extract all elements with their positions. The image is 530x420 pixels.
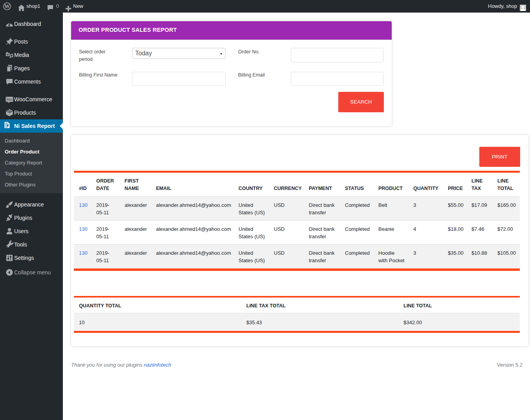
svg-text:W: W: [4, 4, 10, 9]
svg-text:Woo: Woo: [6, 98, 12, 101]
